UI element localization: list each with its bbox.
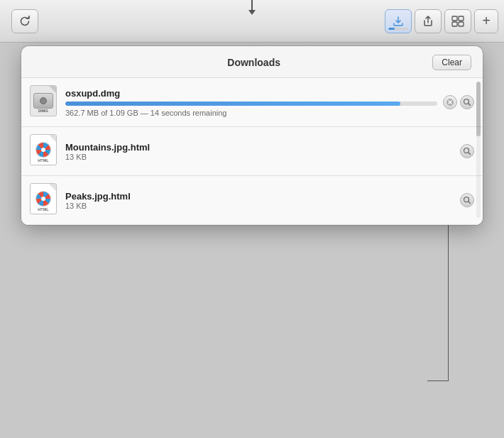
safari-logo-1 — [35, 142, 51, 158]
plus-icon: + — [482, 13, 491, 29]
share-icon — [422, 16, 434, 27]
toolbar-right: + — [385, 9, 498, 33]
item-actions-2 — [460, 144, 474, 158]
file-icon-html-1: HTML — [30, 134, 58, 168]
svg-line-10 — [469, 153, 471, 155]
new-tab-button[interactable]: + — [474, 9, 498, 33]
svg-line-12 — [469, 202, 471, 204]
scrollbar-thumb — [476, 82, 481, 136]
annotation-arrow — [248, 10, 256, 15]
annotation-line-bottom — [427, 380, 449, 381]
toolbar: + — [0, 0, 504, 43]
downloads-button[interactable] — [385, 9, 412, 33]
downloads-panel: Downloads Clear DMG osxupd.dmg 362.7 MB … — [21, 46, 483, 225]
safari-logo-2 — [35, 191, 51, 207]
share-button[interactable] — [415, 9, 442, 33]
item-progress-fill-1 — [65, 102, 400, 106]
file-icon-dmg: DMG — [30, 85, 58, 119]
item-actions-1 — [443, 95, 474, 109]
item-progress-bar-1 — [65, 102, 437, 106]
item-size-2: 13 KB — [65, 153, 454, 161]
show-in-finder-button-1[interactable] — [460, 95, 474, 109]
cancel-icon — [447, 99, 454, 106]
download-item: DMG osxupd.dmg 362.7 MB of 1.09 GB — 14 … — [21, 78, 483, 127]
panel-title: Downloads — [75, 57, 432, 68]
svg-rect-1 — [459, 16, 464, 21]
item-name-2: Mountains.jpg.html — [65, 142, 454, 153]
magnify-icon-2 — [463, 147, 471, 155]
item-name-1: osxupd.dmg — [65, 88, 437, 99]
show-in-finder-button-3[interactable] — [460, 193, 474, 207]
scrollbar-track — [476, 82, 481, 218]
svg-line-8 — [469, 104, 471, 106]
panel-scrollbar[interactable] — [476, 82, 481, 218]
cancel-download-button[interactable] — [443, 95, 457, 109]
item-name-3: Peaks.jpg.html — [65, 191, 454, 202]
item-status-1: 362.7 MB of 1.09 GB — 14 seconds remaini… — [65, 109, 437, 117]
reload-icon — [19, 16, 31, 27]
file-icon-html-2: HTML — [30, 183, 58, 217]
svg-rect-0 — [452, 16, 457, 21]
item-content-1: osxupd.dmg 362.7 MB of 1.09 GB — 14 seco… — [65, 88, 437, 117]
tabview-button[interactable] — [444, 9, 471, 33]
item-actions-3 — [460, 193, 474, 207]
item-size-3: 13 KB — [65, 202, 454, 210]
clear-button[interactable]: Clear — [432, 55, 471, 70]
svg-rect-3 — [459, 22, 464, 26]
download-item-3: HTML Peaks.jpg.html 13 KB — [21, 176, 483, 225]
magnify-icon-1 — [463, 98, 471, 106]
tabview-icon — [451, 16, 464, 27]
item-content-3: Peaks.jpg.html 13 KB — [65, 191, 454, 210]
toolbar-left — [11, 9, 38, 33]
magnify-icon-3 — [463, 196, 471, 204]
reload-button[interactable] — [11, 9, 38, 33]
toolbar-download-progress — [388, 28, 408, 30]
item-content-2: Mountains.jpg.html 13 KB — [65, 142, 454, 161]
download-icon — [393, 16, 404, 27]
panel-header: Downloads Clear — [21, 46, 483, 78]
download-item-2: HTML Mountains.jpg.html 13 KB — [21, 127, 483, 176]
annotation-line-top — [251, 0, 253, 13]
show-in-finder-button-2[interactable] — [460, 144, 474, 158]
svg-rect-2 — [452, 22, 457, 26]
